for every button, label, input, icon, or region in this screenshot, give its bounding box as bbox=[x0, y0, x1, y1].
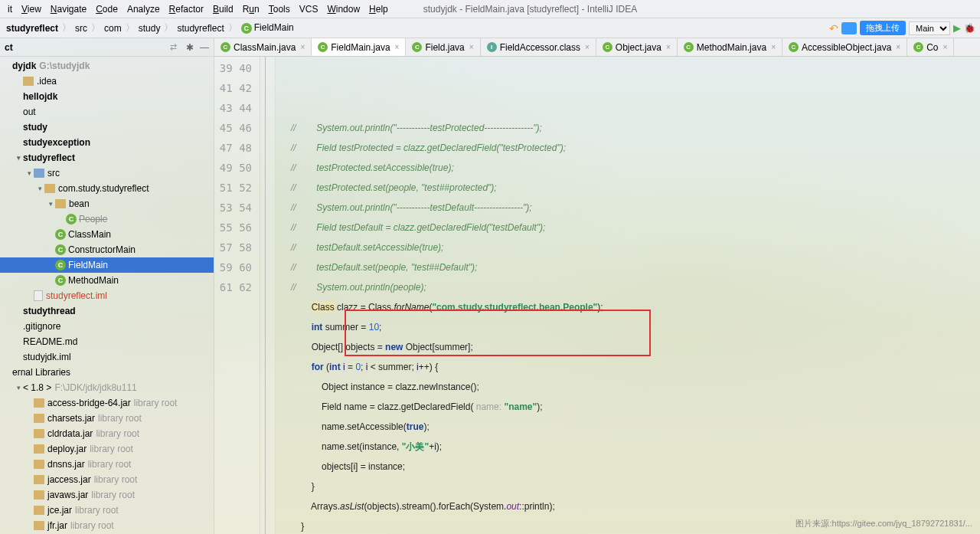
tree-node-studyreflect-iml[interactable]: studyreflect.iml bbox=[0, 288, 214, 303]
code-line-56[interactable]: objects[i] = instance; bbox=[291, 457, 980, 477]
tree-node-jfr-jar[interactable]: jfr.jarlibrary root bbox=[0, 518, 214, 533]
tree-node-src[interactable]: ▾src bbox=[0, 165, 214, 181]
code-line-42[interactable]: // testProtected.set(people, "test##prot… bbox=[291, 178, 980, 198]
close-tab-icon[interactable]: × bbox=[585, 43, 590, 51]
tab-methodmain-java[interactable]: CMethodMain.java× bbox=[678, 38, 782, 56]
menu-window[interactable]: Window bbox=[322, 2, 364, 16]
crumb-src[interactable]: src bbox=[74, 23, 89, 34]
tree-node-jce-jar[interactable]: jce.jarlibrary root bbox=[0, 503, 214, 518]
crumb-studyreflect[interactable]: studyreflect bbox=[175, 23, 225, 34]
tree-node-charsets-jar[interactable]: charsets.jarlibrary root bbox=[0, 411, 214, 426]
code-line-46[interactable]: // testDefault.set(people, "test##Defaul… bbox=[291, 257, 980, 277]
menu-code[interactable]: Code bbox=[91, 2, 122, 16]
cloud-icon[interactable] bbox=[841, 22, 857, 34]
menu-help[interactable]: Help bbox=[364, 2, 393, 16]
menu-refactor[interactable]: Refactor bbox=[165, 2, 208, 16]
close-tab-icon[interactable]: × bbox=[395, 43, 400, 51]
tree-node-hellojdk[interactable]: hellojdk bbox=[0, 89, 214, 104]
tree-node-cldrdata-jar[interactable]: cldrdata.jarlibrary root bbox=[0, 426, 214, 441]
fold-column[interactable] bbox=[260, 57, 276, 534]
close-tab-icon[interactable]: × bbox=[666, 43, 671, 51]
tab-field-java[interactable]: CField.java× bbox=[406, 38, 480, 56]
tree-node-study[interactable]: study bbox=[0, 120, 214, 135]
run-icon[interactable]: ▶ bbox=[953, 22, 961, 34]
tree-node-dyjdk[interactable]: dyjdkG:\studyjdk bbox=[0, 58, 214, 74]
tree-node-com-study-studyreflect[interactable]: ▾com.study.studyreflect bbox=[0, 181, 214, 196]
tree-node-ernal-libraries[interactable]: ernal Libraries bbox=[0, 365, 214, 380]
code-line-54[interactable]: name.setAccessible(true); bbox=[291, 417, 980, 437]
menu-analyze[interactable]: Analyze bbox=[122, 2, 165, 16]
code-line-44[interactable]: // Field testDefault = clazz.getDeclared… bbox=[291, 218, 980, 238]
tab-fieldmain-java[interactable]: CFieldMain.java× bbox=[312, 38, 406, 56]
tree-node-deploy-jar[interactable]: deploy.jarlibrary root bbox=[0, 441, 214, 457]
code-line-43[interactable]: // System.out.println("-----------testDe… bbox=[291, 198, 980, 218]
tree-node-jaccess-jar[interactable]: jaccess.jarlibrary root bbox=[0, 472, 214, 487]
upload-button[interactable]: 拖拽上传 bbox=[860, 21, 906, 35]
code-line-47[interactable]: // System.out.println(people); bbox=[291, 277, 980, 297]
code-line-48[interactable]: Class clazz = Class.forName("com.study.s… bbox=[291, 297, 980, 317]
crumb-studyreflect[interactable]: studyreflect bbox=[5, 23, 60, 34]
close-tab-icon[interactable]: × bbox=[771, 43, 776, 51]
folder-icon bbox=[34, 506, 44, 515]
code-line-41[interactable]: // testProtected.setAccessible(true); bbox=[291, 158, 980, 178]
tree-node-methodmain[interactable]: CMethodMain bbox=[0, 273, 214, 288]
code-line-55[interactable]: name.set(instance, "小美"+i); bbox=[291, 437, 980, 457]
tab-accessibleobject-java[interactable]: CAccessibleObject.java× bbox=[782, 38, 907, 56]
tree-node-javaws-jar[interactable]: javaws.jarlibrary root bbox=[0, 487, 214, 503]
tree-node-classmain[interactable]: CClassMain bbox=[0, 227, 214, 242]
tree-node-studyexception[interactable]: studyexception bbox=[0, 135, 214, 150]
tree-node-studyjdk-iml[interactable]: studyjdk.iml bbox=[0, 349, 214, 365]
debug-icon[interactable]: 🐞 bbox=[964, 23, 975, 34]
tree-node-access-bridge-64-jar[interactable]: access-bridge-64.jarlibrary root bbox=[0, 395, 214, 411]
crumb-study[interactable]: study bbox=[137, 23, 162, 34]
close-tab-icon[interactable]: × bbox=[300, 43, 305, 51]
tab-co[interactable]: CCo× bbox=[907, 38, 954, 56]
project-tree[interactable]: dyjdkG:\studyjdk.ideahellojdkoutstudystu… bbox=[0, 57, 214, 534]
tab-fieldaccessor-class[interactable]: IFieldAccessor.class× bbox=[481, 38, 596, 56]
crumb-com[interactable]: com bbox=[103, 23, 123, 34]
run-config-select[interactable]: Main bbox=[909, 21, 950, 35]
crumb-FieldMain[interactable]: CFieldMain bbox=[240, 22, 296, 34]
tree-node-studyreflect[interactable]: ▾studyreflect bbox=[0, 150, 214, 165]
code-line-39[interactable]: // System.out.println("-----------testPr… bbox=[291, 118, 980, 138]
tree-node--idea[interactable]: .idea bbox=[0, 74, 214, 89]
breadcrumb[interactable]: studyreflect〉src〉com〉study〉studyreflect〉… bbox=[5, 21, 296, 34]
menu-it[interactable]: it bbox=[3, 2, 17, 16]
menu-vcs[interactable]: VCS bbox=[295, 2, 323, 16]
menu-tools[interactable]: Tools bbox=[264, 2, 295, 16]
code-line-40[interactable]: // Field testProtected = clazz.getDeclar… bbox=[291, 138, 980, 158]
code-line-52[interactable]: Object instance = clazz.newInstance(); bbox=[291, 377, 980, 397]
close-tab-icon[interactable]: × bbox=[896, 43, 900, 51]
tree-node--1-8-[interactable]: ▾< 1.8 >F:\JDK/jdk/jdk8u111 bbox=[0, 380, 214, 395]
close-tab-icon[interactable]: × bbox=[469, 43, 474, 51]
back-arrow-icon[interactable]: ↶ bbox=[829, 22, 838, 34]
code-line-49[interactable]: int summer = 10; bbox=[291, 317, 980, 337]
tree-node-dnsns-jar[interactable]: dnsns.jarlibrary root bbox=[0, 457, 214, 472]
tab-classmain-java[interactable]: CClassMain.java× bbox=[214, 38, 312, 56]
menu-view[interactable]: View bbox=[17, 2, 46, 16]
code-line-45[interactable]: // testDefault.setAccessible(true); bbox=[291, 238, 980, 257]
settings-gear-icon[interactable]: ✱ bbox=[186, 42, 194, 53]
tree-node-fieldmain[interactable]: CFieldMain bbox=[0, 257, 214, 273]
hide-icon[interactable]: — bbox=[200, 42, 209, 53]
tree-node-out[interactable]: out bbox=[0, 104, 214, 120]
tree-node-readme-md[interactable]: README.md bbox=[0, 334, 214, 349]
code-line-50[interactable]: Object[] objects = new Object[summer]; bbox=[291, 337, 980, 357]
menu-run[interactable]: Run bbox=[238, 2, 264, 16]
tab-object-java[interactable]: CObject.java× bbox=[596, 38, 678, 56]
tree-node-studythread[interactable]: studythread bbox=[0, 303, 214, 319]
code-line-53[interactable]: Field name = clazz.getDeclaredField( nam… bbox=[291, 397, 980, 417]
tree-node-people[interactable]: CPeople bbox=[0, 211, 214, 227]
menu-build[interactable]: Build bbox=[208, 2, 238, 16]
tree-node-bean[interactable]: ▾bean bbox=[0, 196, 214, 211]
close-tab-icon[interactable]: × bbox=[943, 43, 948, 51]
code-line-51[interactable]: for (int i = 0; i < summer; i++) { bbox=[291, 357, 980, 377]
code-line-58[interactable]: Arrays.asList(objects).stream().forEach(… bbox=[291, 496, 980, 516]
tree-node-constructormain[interactable]: CConstructorMain bbox=[0, 242, 214, 257]
code-line-57[interactable]: } bbox=[291, 477, 980, 496]
code-content[interactable]: // System.out.println("-----------testPr… bbox=[276, 57, 980, 534]
menu-navigate[interactable]: Navigate bbox=[46, 2, 91, 16]
tree-node--gitignore[interactable]: .gitignore bbox=[0, 319, 214, 334]
collapse-icon[interactable]: ⇄ bbox=[167, 42, 180, 53]
line-gutter[interactable]: 39 40 41 42 43 44 45 46 47 48 49 50 51 5… bbox=[214, 57, 260, 534]
